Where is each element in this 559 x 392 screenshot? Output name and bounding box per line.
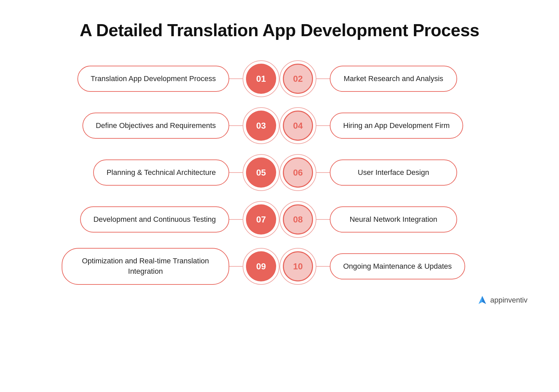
circle-ring-left-3: 05 [243,154,280,191]
row-5-right-cell: 10Ongoing Maintenance & Updates [280,248,531,285]
connector-right-2 [316,125,330,126]
step-07-label: Development and Continuous Testing [80,206,229,233]
row-4-right-cell: 08Neural Network Integration [280,201,531,238]
step-number-10: 10 [283,251,313,281]
row-1-left-cell: Translation App Development Process01 [28,60,280,97]
row-4-left-cell: Development and Continuous Testing07 [28,201,280,238]
step-04-label: Hiring an App Development Firm [330,113,463,139]
circle-ring-right-2: 04 [280,107,316,144]
step-number-02: 02 [283,64,313,94]
connector-right-3 [316,172,330,173]
step-02-label: Market Research and Analysis [330,66,457,92]
step-number-06: 06 [283,157,313,188]
logo: appinventiv [477,295,527,306]
step-08-label: Neural Network Integration [330,206,457,233]
row-3-right-cell: 06User Interface Design [280,154,531,191]
row-1-right-cell: 02Market Research and Analysis [280,60,531,97]
step-number-08: 08 [283,204,313,235]
footer: appinventiv [28,295,531,306]
connector-right-4 [316,219,330,220]
step-05-label: Planning & Technical Architecture [93,159,229,186]
step-01-label: Translation App Development Process [77,66,229,92]
step-number-07: 07 [246,204,276,235]
step-number-03: 03 [246,111,276,141]
step-number-04: 04 [283,111,313,141]
circle-ring-right-4: 08 [280,201,316,238]
svg-marker-1 [482,296,486,304]
row-5-left-cell: Optimization and Real-time Translation I… [28,248,280,285]
circle-ring-right-3: 06 [280,154,316,191]
connector-left-1 [229,78,243,79]
step-number-09: 09 [246,251,276,281]
step-03-label: Define Objectives and Requirements [82,113,229,139]
step-number-01: 01 [246,64,276,94]
step-number-05: 05 [246,157,276,188]
row-3-left-cell: Planning & Technical Architecture05 [28,154,280,191]
step-10-label: Ongoing Maintenance & Updates [330,253,465,280]
appinventiv-logo-icon [477,295,488,306]
connector-right-5 [316,266,330,267]
connector-left-3 [229,172,243,173]
circle-ring-left-4: 07 [243,201,280,238]
circle-ring-left-1: 01 [243,60,280,97]
row-2-right-cell: 04Hiring an App Development Firm [280,107,531,144]
connector-right-1 [316,78,330,79]
step-09-label: Optimization and Real-time Translation I… [62,248,229,285]
connector-left-2 [229,125,243,126]
circle-ring-right-1: 02 [280,60,316,97]
row-2-left-cell: Define Objectives and Requirements03 [28,107,280,144]
connector-left-4 [229,219,243,220]
circle-ring-right-5: 10 [280,248,316,285]
circle-ring-left-2: 03 [243,107,280,144]
circle-ring-left-5: 09 [243,248,280,285]
connector-left-5 [229,266,243,267]
step-06-label: User Interface Design [330,159,457,186]
logo-text: appinventiv [490,296,527,305]
page-title: A Detailed Translation App Development P… [80,20,480,40]
process-grid: Translation App Development Process0102M… [28,60,531,285]
